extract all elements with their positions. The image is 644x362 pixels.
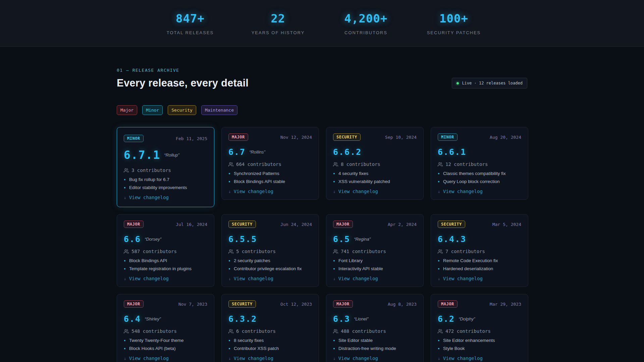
release-version: 6.4 — [124, 314, 141, 324]
highlight-item: Editor stability improvements — [124, 185, 207, 190]
release-card[interactable]: SECURITY Oct 12, 2023 6.3.2 6 contributo… — [221, 294, 319, 362]
changelog-label: View changelog — [234, 356, 273, 361]
view-changelog-link[interactable]: ↓ View changelog — [124, 195, 207, 200]
view-changelog-link[interactable]: ↓ View changelog — [438, 276, 521, 281]
users-icon — [333, 249, 338, 254]
contributors-row: 548 contributors — [124, 328, 207, 334]
release-card[interactable]: MAJOR Jul 16, 2024 6.6 “Dorsey” 587 cont… — [117, 214, 214, 287]
card-header: MINOR Aug 20, 2024 — [438, 133, 521, 141]
view-changelog-link[interactable]: ↓ View changelog — [438, 356, 521, 361]
version-row: 6.7.1 “Rollup” — [124, 148, 207, 162]
users-icon — [438, 249, 443, 254]
highlight-item: Bug fix rollup for 6.7 — [124, 177, 207, 182]
release-card[interactable]: MAJOR Aug 8, 2023 6.3 “Lionel” 488 contr… — [326, 294, 424, 362]
contributors-count: 12 contributors — [445, 162, 488, 167]
release-date: Mar 29, 2023 — [490, 302, 521, 307]
version-row: 6.3 “Lionel” — [333, 314, 417, 324]
contributors-count: 8 contributors — [341, 162, 380, 167]
download-arrow-icon: ↓ — [124, 356, 126, 361]
stat-label: CONTRIBUTORS — [322, 30, 410, 35]
highlight-item: Query Loop block correction — [438, 179, 521, 184]
view-changelog-link[interactable]: ↓ View changelog — [333, 276, 417, 281]
highlights-list: Twenty Twenty-Four themeBlock Hooks API … — [124, 338, 207, 351]
users-icon — [333, 329, 338, 334]
users-icon — [124, 249, 129, 254]
view-changelog-link[interactable]: ↓ View changelog — [228, 356, 312, 361]
version-row: 6.6.2 — [333, 147, 417, 157]
contributors-row: 472 contributors — [438, 328, 521, 334]
release-card[interactable]: MAJOR Apr 2, 2024 6.5 “Regina” 741 contr… — [326, 214, 424, 287]
changelog-label: View changelog — [129, 356, 169, 361]
release-card[interactable]: MAJOR Nov 12, 2024 6.7 “Rollins” 664 con… — [221, 127, 319, 200]
live-dot-icon — [457, 82, 459, 84]
contributors-count: 6 contributors — [236, 328, 276, 334]
release-codename: “Rollins” — [249, 149, 265, 155]
filter-button-maintenance[interactable]: Maintenance — [201, 105, 237, 115]
release-version: 6.6.1 — [438, 147, 466, 157]
release-type-badge: SECURITY — [333, 133, 361, 141]
stat-item: 100+ SECURITY PATCHES — [410, 12, 498, 35]
release-card[interactable]: SECURITY Sep 10, 2024 6.6.2 8 contributo… — [326, 127, 424, 200]
download-arrow-icon: ↓ — [228, 276, 231, 281]
version-row: 6.4.3 — [438, 234, 521, 244]
contributors-count: 472 contributors — [445, 328, 491, 334]
highlight-item: Interactivity API stable — [333, 266, 417, 271]
release-version: 6.2 — [438, 314, 455, 324]
card-header: SECURITY Oct 12, 2023 — [228, 300, 312, 308]
view-changelog-link[interactable]: ↓ View changelog — [228, 276, 312, 281]
version-row: 6.5 “Regina” — [333, 234, 417, 244]
version-row: 6.6 “Dorsey” — [124, 234, 207, 244]
card-header: SECURITY Jun 24, 2024 — [228, 221, 312, 228]
view-changelog-link[interactable]: ↓ View changelog — [228, 189, 312, 194]
release-version: 6.4.3 — [438, 234, 466, 244]
changelog-label: View changelog — [129, 276, 169, 281]
highlights-list: Site Editor enhancementsStyle Book — [438, 338, 521, 351]
changelog-label: View changelog — [338, 276, 378, 281]
stat-value: 4,200+ — [322, 12, 410, 25]
contributors-count: 488 contributors — [341, 328, 386, 334]
highlights-list: Site Editor stableDistraction-free writi… — [333, 338, 417, 351]
highlight-item: Distraction-free writing mode — [333, 346, 417, 351]
release-date: Jun 24, 2024 — [280, 222, 312, 227]
contributors-count: 741 contributors — [341, 249, 386, 254]
release-card[interactable]: SECURITY Mar 5, 2024 6.4.3 7 contributor… — [431, 214, 528, 287]
release-type-badge: MAJOR — [333, 221, 353, 228]
release-type-badge: MINOR — [124, 135, 144, 142]
view-changelog-link[interactable]: ↓ View changelog — [333, 356, 417, 361]
view-changelog-link[interactable]: ↓ View changelog — [333, 189, 417, 194]
changelog-label: View changelog — [338, 356, 378, 361]
contributors-count: 7 contributors — [445, 249, 485, 254]
release-card[interactable]: SECURITY Jun 24, 2024 6.5.5 5 contributo… — [221, 214, 319, 287]
release-codename: “Shirley” — [145, 316, 161, 321]
changelog-label: View changelog — [443, 356, 483, 361]
release-card[interactable]: MAJOR Nov 7, 2023 6.4 “Shirley” 548 cont… — [117, 294, 214, 362]
release-card[interactable]: MAJOR Mar 29, 2023 6.2 “Dolphy” 472 cont… — [431, 294, 528, 362]
filter-button-security[interactable]: Security — [168, 105, 196, 115]
version-row: 6.5.5 — [228, 234, 312, 244]
highlights-list: Remote Code Execution fixHardened deseri… — [438, 258, 521, 271]
highlight-item: 8 security fixes — [228, 338, 312, 343]
release-version: 6.6.2 — [333, 147, 362, 157]
users-icon — [124, 329, 129, 334]
release-codename: “Dorsey” — [145, 237, 161, 242]
stat-value: 100+ — [410, 12, 498, 25]
release-date: Nov 12, 2024 — [280, 135, 312, 140]
filter-button-major[interactable]: Major — [117, 105, 137, 115]
highlight-item: Remote Code Execution fix — [438, 258, 521, 263]
release-date: Aug 8, 2023 — [388, 302, 417, 307]
highlight-item: Contributor XSS patch — [228, 346, 312, 351]
view-changelog-link[interactable]: ↓ View changelog — [124, 356, 207, 361]
release-card[interactable]: MINOR Feb 11, 2025 6.7.1 “Rollup” 3 cont… — [117, 127, 214, 207]
stat-label: YEARS OF HISTORY — [234, 30, 322, 35]
contributors-row: 741 contributors — [333, 249, 417, 254]
view-changelog-link[interactable]: ↓ View changelog — [124, 276, 207, 281]
release-date: Sep 10, 2024 — [385, 135, 417, 140]
release-date: Oct 12, 2023 — [280, 302, 312, 307]
release-version: 6.5 — [333, 234, 350, 244]
view-changelog-link[interactable]: ↓ View changelog — [438, 189, 521, 194]
release-card[interactable]: MINOR Aug 20, 2024 6.6.1 12 contributors… — [431, 127, 528, 200]
filter-button-minor[interactable]: Minor — [142, 105, 163, 115]
release-codename: “Dolphy” — [459, 316, 475, 321]
version-row: 6.3.2 — [228, 314, 312, 324]
card-header: MAJOR Apr 2, 2024 — [333, 221, 417, 228]
